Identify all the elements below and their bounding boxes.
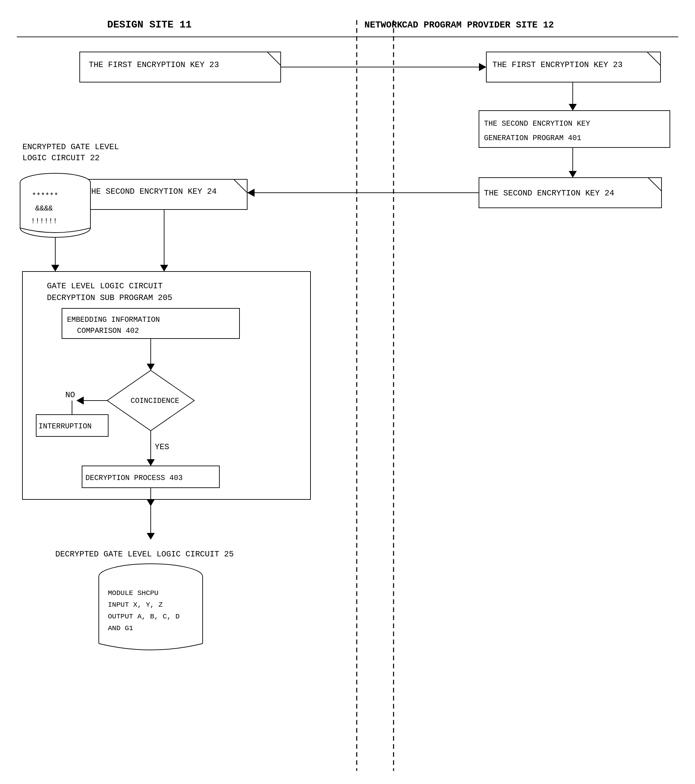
diagram-svg: DESIGN SITE 11 NETWORK CAD PROGRAM PROVI…	[0, 0, 695, 784]
svg-text:COMPARISON 402: COMPARISON 402	[77, 327, 139, 335]
svg-text:OUTPUT A, B, C, D: OUTPUT A, B, C, D	[108, 613, 179, 621]
svg-text:INTERRUPTION: INTERRUPTION	[38, 422, 92, 431]
svg-text:MODULE SHCPU: MODULE SHCPU	[108, 589, 158, 597]
arrow-down-to-keygen	[569, 104, 577, 110]
svg-rect-51	[99, 576, 202, 644]
decrypted-gate-label: DECRYPTED GATE LEVEL LOGIC CIRCUIT 25	[55, 550, 234, 559]
svg-text:DECRYPTION SUB PROGRAM 205: DECRYPTION SUB PROGRAM 205	[47, 293, 172, 302]
design-site-label: DESIGN SITE 11	[107, 19, 192, 31]
svg-text:DECRYPTION PROCESS 403: DECRYPTION PROCESS 403	[85, 474, 182, 483]
svg-text:EMBEDDING INFORMATION: EMBEDDING INFORMATION	[67, 316, 160, 324]
svg-text:COINCIDENCE: COINCIDENCE	[131, 397, 179, 405]
first-key-right-label: THE FIRST ENCRYPTION KEY 23	[492, 60, 623, 69]
no-label: NO	[65, 390, 75, 400]
arrow-down-from-second-key	[160, 265, 168, 272]
encrypted-gate-label: ENCRYPTED GATE LEVEL	[23, 142, 119, 152]
cad-program-label: CAD PROGRAM PROVIDER SITE 12	[402, 20, 554, 30]
arrow-down-from-cylinder	[51, 265, 59, 272]
svg-text:INPUT X, Y, Z: INPUT X, Y, Z	[108, 601, 163, 609]
svg-text:LOGIC CIRCUIT 22: LOGIC CIRCUIT 22	[23, 153, 99, 163]
arrow-down-to-second-key-right	[569, 171, 577, 178]
arrow-down-to-decrypted	[147, 533, 155, 540]
first-key-left-label: THE FIRST ENCRYPTION KEY 23	[89, 60, 219, 69]
arrow-left-to-second-key-left	[247, 189, 255, 197]
second-key-right-label: THE SECOND ENCRYTION KEY 24	[484, 189, 614, 198]
network-label: NETWORK	[365, 20, 403, 30]
arrow-right-to-cad	[479, 63, 486, 71]
svg-text:AND G1: AND G1	[108, 624, 133, 632]
diagram-container: DESIGN SITE 11 NETWORK CAD PROGRAM PROVI…	[0, 0, 695, 784]
svg-text:!!!!!!: !!!!!!	[31, 217, 57, 226]
svg-text:GENERATION PROGRAM 401: GENERATION PROGRAM 401	[484, 134, 581, 142]
svg-text:&&&&: &&&&	[35, 204, 53, 213]
svg-text:THE SECOND ENCRYTION KEY: THE SECOND ENCRYTION KEY	[484, 120, 590, 128]
yes-label: YES	[155, 443, 169, 451]
svg-text:******: ******	[32, 192, 58, 200]
second-key-left-label: THE SECOND ENCRYTION KEY 24	[86, 187, 217, 196]
svg-text:GATE LEVEL LOGIC CIRCUIT: GATE LEVEL LOGIC CIRCUIT	[47, 282, 163, 291]
